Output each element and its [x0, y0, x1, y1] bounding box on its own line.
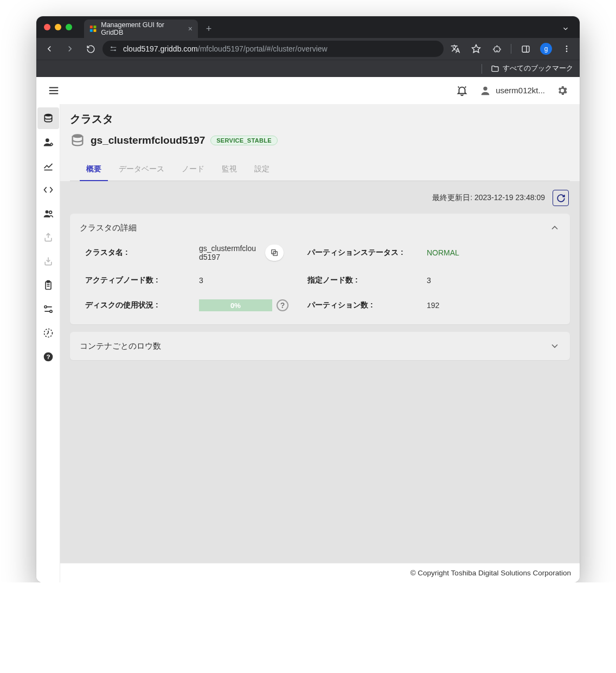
- refresh-button[interactable]: [553, 190, 569, 206]
- window-maximize-button[interactable]: [66, 24, 72, 30]
- svg-rect-7: [111, 50, 114, 50]
- svg-point-20: [50, 143, 53, 145]
- window-close-button[interactable]: [44, 24, 50, 30]
- sidebar-item-network[interactable]: [37, 298, 59, 320]
- svg-rect-3: [93, 29, 96, 32]
- browser-tab[interactable]: Management GUI for GridDB ×: [84, 20, 198, 38]
- sidebar-item-cluster[interactable]: [37, 107, 59, 129]
- bookmark-star-button[interactable]: [467, 40, 485, 57]
- container-rows-title: コンテナごとのロウ数: [80, 341, 161, 351]
- svg-point-11: [566, 46, 568, 47]
- address-bar[interactable]: cloud5197.griddb.com/mfcloud5197/portal/…: [102, 41, 444, 57]
- svg-rect-15: [49, 90, 59, 91]
- all-bookmarks-link[interactable]: すべてのブックマーク: [503, 64, 573, 73]
- chevron-down-icon: [549, 341, 560, 351]
- svg-point-21: [45, 210, 48, 214]
- sidebar: ?: [36, 104, 60, 582]
- svg-rect-16: [49, 93, 59, 94]
- extensions-button[interactable]: [488, 40, 505, 57]
- page-header-area: クラスタ gs_clustermfcloud5197 SERVICE_STABL…: [60, 104, 580, 181]
- bookmarks-bar: すべてのブックマーク: [36, 60, 580, 77]
- disk-usage-bar: 0%: [199, 299, 272, 311]
- active-nodes-label: アクティブノード数 :: [85, 275, 194, 285]
- container-rows-header[interactable]: コンテナごとのロウ数: [70, 332, 570, 360]
- svg-point-12: [566, 48, 568, 50]
- tab-overflow-button[interactable]: [558, 21, 573, 36]
- cluster-details-title: クラスタの詳細: [80, 223, 137, 233]
- svg-text:?: ?: [46, 353, 50, 360]
- sidebar-item-group[interactable]: [37, 203, 59, 225]
- browser-menu-button[interactable]: [558, 40, 575, 57]
- app-body: ? クラスタ gs_clustermfcloud5197 SERVICE_STA…: [36, 104, 580, 582]
- cluster-details-header[interactable]: クラスタの詳細: [70, 214, 570, 242]
- sidepanel-button[interactable]: [517, 40, 534, 57]
- scroll-area: 最終更新日: 2023-12-19 23:48:09 クラスタの詳細: [60, 181, 580, 563]
- svg-point-13: [566, 50, 568, 52]
- svg-rect-14: [49, 87, 59, 88]
- tab-node[interactable]: ノード: [181, 158, 206, 181]
- tab-close-button[interactable]: ×: [188, 25, 193, 33]
- bookmark-separator: [482, 64, 482, 74]
- site-settings-icon[interactable]: [109, 44, 118, 53]
- sidebar-item-clipboard[interactable]: [37, 274, 59, 296]
- sidebar-item-chart[interactable]: [37, 155, 59, 177]
- disk-usage-value: 0% ?: [199, 299, 302, 311]
- cluster-details-panel: クラスタの詳細 クラスタ名 : gs_clustermfcloud5197: [70, 214, 570, 324]
- nav-back-button[interactable]: [41, 40, 58, 57]
- cluster-name-label: クラスタ名 :: [85, 248, 194, 258]
- sidebar-item-import[interactable]: [37, 251, 59, 272]
- disk-usage-help-icon[interactable]: ?: [277, 299, 288, 311]
- partition-status-label: パーティションステータス :: [307, 248, 421, 258]
- sidebar-item-query[interactable]: [37, 179, 59, 201]
- translate-button[interactable]: [447, 40, 464, 57]
- svg-rect-24: [47, 281, 49, 283]
- new-tab-button[interactable]: +: [201, 21, 216, 36]
- tab-database[interactable]: データベース: [118, 158, 165, 181]
- svg-rect-5: [112, 47, 116, 48]
- svg-rect-2: [90, 29, 93, 32]
- cluster-details-body: クラスタ名 : gs_clustermfcloud5197 パーティションステー…: [70, 242, 570, 324]
- svg-point-6: [114, 49, 116, 51]
- svg-point-4: [111, 47, 112, 48]
- browser-tabstrip: Management GUI for GridDB × +: [36, 16, 580, 38]
- window-minimize-button[interactable]: [55, 24, 61, 30]
- svg-rect-0: [90, 25, 93, 28]
- nav-forward-button[interactable]: [61, 40, 79, 57]
- partition-count-label: パーティション数 :: [307, 300, 421, 310]
- copy-cluster-name-button[interactable]: [265, 245, 284, 261]
- designated-nodes-value: 3: [427, 276, 555, 285]
- svg-rect-9: [522, 46, 529, 52]
- container-rows-panel: コンテナごとのロウ数: [70, 332, 570, 360]
- svg-marker-8: [472, 45, 480, 53]
- hamburger-menu-button[interactable]: [44, 81, 63, 100]
- tab-overview[interactable]: 概要: [85, 158, 102, 181]
- notifications-button[interactable]: [452, 81, 472, 100]
- partition-count-value: 192: [427, 301, 555, 310]
- app-header: userm012kt...: [36, 77, 580, 104]
- svg-rect-1: [93, 25, 96, 28]
- partition-status-value: NORMAL: [427, 248, 555, 257]
- profile-button[interactable]: g: [537, 40, 555, 57]
- user-menu[interactable]: userm012kt...: [479, 85, 545, 97]
- svg-point-27: [44, 306, 46, 308]
- settings-gear-button[interactable]: [553, 81, 572, 100]
- username-label: userm012kt...: [496, 86, 545, 95]
- folder-icon: [491, 65, 499, 73]
- sidebar-item-export[interactable]: [37, 227, 59, 248]
- window-controls: [44, 24, 72, 30]
- last-update-text: 最終更新日: 2023-12-19 23:48:09: [432, 193, 545, 203]
- url-text: cloud5197.griddb.com/mfcloud5197/portal/…: [123, 44, 328, 53]
- sidebar-item-help[interactable]: ?: [37, 346, 59, 368]
- tab-favicon-icon: [89, 25, 97, 33]
- disk-usage-label: ディスクの使用状況 :: [85, 300, 194, 310]
- sidebar-item-backup[interactable]: [37, 322, 59, 344]
- tab-settings[interactable]: 設定: [253, 158, 271, 181]
- status-badge: SERVICE_STABLE: [210, 136, 278, 145]
- svg-point-32: [73, 134, 83, 138]
- svg-point-22: [49, 211, 52, 214]
- app-footer: © Copyright Toshiba Digital Solutions Co…: [60, 563, 580, 582]
- svg-point-28: [49, 310, 52, 312]
- sidebar-item-users[interactable]: [37, 131, 59, 153]
- nav-reload-button[interactable]: [82, 40, 99, 57]
- tab-monitor[interactable]: 監視: [221, 158, 238, 181]
